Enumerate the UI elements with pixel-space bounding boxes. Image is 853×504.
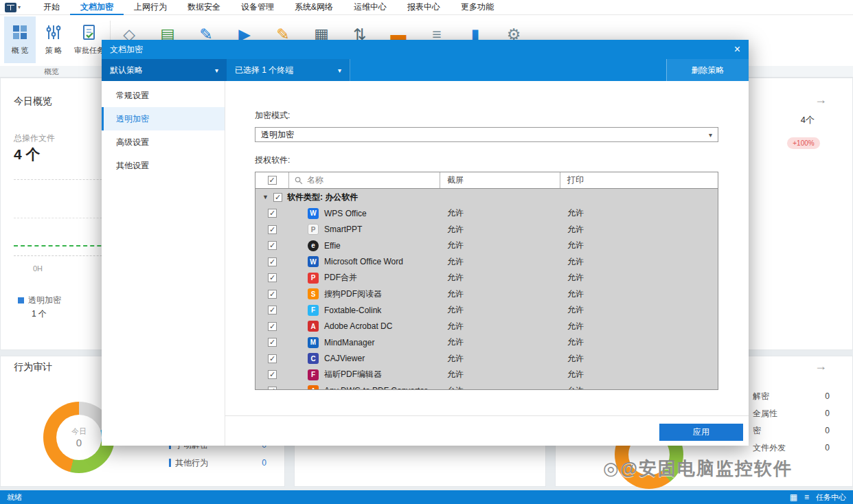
menu-tab[interactable]: 数据安全 [177, 0, 231, 15]
row-checkbox[interactable] [268, 273, 277, 282]
encrypt-mode-value: 透明加密 [261, 129, 294, 141]
dialog-title-bar[interactable]: 文档加密 × [102, 40, 749, 59]
row-checkbox[interactable] [268, 209, 277, 218]
grid-view-icon[interactable]: ▦ [790, 492, 797, 502]
policy-dropdown[interactable]: 默认策略 ▾ [102, 59, 227, 81]
app-menu-caret-icon[interactable]: ▾ [18, 4, 21, 10]
screen-permission[interactable]: 允许 [440, 224, 560, 236]
right-bottom-arrow-icon[interactable]: → [815, 359, 827, 374]
screen-column-header[interactable]: 截屏 [440, 172, 560, 188]
print-column-header[interactable]: 打印 [560, 172, 718, 188]
software-name: PDF合并 [324, 272, 357, 284]
print-permission[interactable]: 允许 [560, 369, 718, 380]
menu-tab[interactable]: 开始 [33, 0, 70, 15]
print-permission[interactable]: 允许 [560, 272, 718, 284]
row-checkbox[interactable] [268, 322, 277, 331]
screen-permission[interactable]: 允许 [440, 304, 560, 316]
row-checkbox[interactable] [268, 225, 277, 234]
name-column-header[interactable]: 名称 [307, 174, 323, 186]
screen-permission[interactable]: 允许 [440, 272, 560, 284]
terminal-dropdown[interactable]: 已选择 1 个终端 ▾ [227, 59, 350, 81]
table-row[interactable]: P PDF合并 允许 允许 [255, 270, 718, 286]
screen-permission[interactable]: 允许 [440, 369, 560, 380]
table-row[interactable]: W WPS Office 允许 允许 [255, 205, 718, 222]
encrypt-mode-select[interactable]: 透明加密 ▾ [255, 127, 718, 142]
stats-item[interactable]: 密 0 [753, 425, 830, 436]
screen-permission[interactable]: 允许 [440, 256, 560, 268]
row-checkbox[interactable] [268, 370, 277, 379]
menu-tab[interactable]: 设备管理 [231, 0, 284, 15]
print-permission[interactable]: 允许 [560, 240, 718, 251]
stats-item-label: 全属性 [753, 408, 825, 420]
print-permission[interactable]: 允许 [560, 385, 718, 390]
print-permission[interactable]: 允许 [560, 353, 718, 365]
table-row[interactable]: M MindManager 允许 允许 [255, 334, 718, 351]
print-permission[interactable]: 允许 [560, 288, 718, 300]
table-row[interactable]: F 福昕PDF编辑器 允许 允许 [255, 367, 718, 383]
group-checkbox[interactable] [273, 193, 282, 202]
print-permission[interactable]: 允许 [560, 256, 718, 268]
print-permission[interactable]: 允许 [560, 336, 718, 348]
screen-permission[interactable]: 允许 [440, 321, 560, 332]
table-row[interactable]: A Any DWG to PDF Converter 允许 允许 [255, 383, 718, 391]
ribbon-group-caption: 概览 [36, 67, 67, 77]
table-row[interactable]: e Effie 允许 允许 [255, 238, 718, 254]
dialog-nav-item[interactable]: 高级设置 [102, 130, 225, 154]
menu-tab[interactable]: 上网行为 [124, 0, 177, 15]
menu-tab[interactable]: 更多功能 [451, 0, 504, 15]
software-name: Effie [324, 241, 341, 251]
screen-permission[interactable]: 允许 [440, 353, 560, 365]
select-all-checkbox[interactable] [268, 176, 277, 185]
today-overview-title: 今日概览 [14, 95, 52, 108]
table-row[interactable]: W Microsoft Office Word 允许 允许 [255, 254, 718, 271]
menu-tab[interactable]: 报表中心 [397, 0, 451, 15]
screen-permission[interactable]: 允许 [440, 385, 560, 390]
dialog-nav-item[interactable]: 透明加密 [102, 107, 225, 130]
screen-permission[interactable]: 允许 [440, 207, 560, 219]
stats-item[interactable]: 解密 0 [753, 391, 830, 402]
stats-item[interactable]: 全属性 0 [753, 408, 830, 419]
stats-item[interactable]: 文件外发 0 [753, 442, 830, 453]
screen-permission[interactable]: 允许 [440, 336, 560, 348]
delete-policy-button[interactable]: 删除策略 [666, 59, 749, 81]
row-checkbox[interactable] [268, 338, 277, 347]
app-icon: A [308, 321, 319, 332]
row-checkbox[interactable] [268, 290, 277, 299]
row-checkbox[interactable] [268, 241, 277, 250]
print-permission[interactable]: 允许 [560, 224, 718, 236]
screen-permission[interactable]: 允许 [440, 288, 560, 300]
stats-item-label: 密 [753, 425, 825, 437]
row-checkbox[interactable] [268, 306, 277, 314]
table-row[interactable]: C CAJViewer 允许 允许 [255, 351, 718, 367]
task-center-link[interactable]: 任务中心 [816, 492, 846, 503]
ribbon-button-overview[interactable]: 概 览 [4, 16, 36, 63]
dialog-nav-item[interactable]: 常规设置 [102, 84, 225, 107]
dialog-nav-item[interactable]: 其他设置 [102, 154, 225, 177]
table-row[interactable]: F Foxtable-Colink 允许 允许 [255, 302, 718, 319]
row-checkbox[interactable] [268, 354, 277, 363]
audit-legend-item[interactable]: 其他行为 0 [169, 457, 266, 468]
collapse-expander-icon[interactable]: ▼ [262, 194, 269, 201]
print-permission[interactable]: 允许 [560, 207, 718, 219]
table-row[interactable]: P SmartPPT 允许 允许 [255, 222, 718, 238]
print-permission[interactable]: 允许 [560, 304, 718, 316]
right-top-arrow-icon[interactable]: → [815, 93, 827, 107]
menu-tab[interactable]: 文档加密 [70, 0, 124, 15]
group-row[interactable]: ▼ 软件类型: 办公软件 [255, 189, 718, 205]
ribbon-button-label: 概 览 [11, 45, 28, 56]
table-row[interactable]: A Adobe Acrobat DC 允许 允许 [255, 319, 718, 335]
screen-permission[interactable]: 允许 [440, 240, 560, 251]
app-icon: e [308, 240, 319, 251]
list-view-icon[interactable]: ≡ [804, 492, 809, 502]
app-window-icon[interactable] [5, 3, 16, 12]
apply-button[interactable]: 应用 [659, 424, 743, 441]
ribbon-button-policy[interactable]: 策 略 [38, 16, 69, 63]
close-icon[interactable]: × [734, 44, 740, 55]
print-permission[interactable]: 允许 [560, 321, 718, 332]
menu-tab[interactable]: 运维中心 [343, 0, 397, 15]
stats-item-label: 文件外发 [753, 442, 825, 454]
row-checkbox[interactable] [268, 387, 277, 390]
table-row[interactable]: S 搜狗PDF阅读器 允许 允许 [255, 286, 718, 303]
menu-tab[interactable]: 系统&网络 [284, 0, 343, 15]
row-checkbox[interactable] [268, 257, 277, 266]
